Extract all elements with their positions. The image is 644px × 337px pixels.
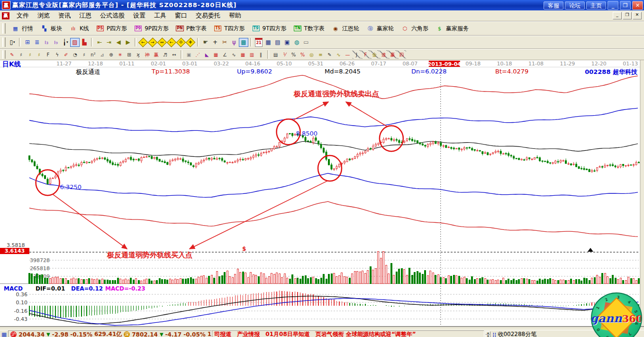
angle-ruler-icon[interactable]: ⊿: [98, 50, 107, 59]
next-bar-icon[interactable]: ▶: [123, 38, 133, 47]
gold-grid1-icon[interactable]: ♯: [26, 50, 35, 59]
grid-box-icon[interactable]: ▦: [211, 50, 220, 59]
wave-tool-icon[interactable]: ∿: [229, 50, 238, 59]
gold-grid2-icon[interactable]: ♯: [35, 50, 44, 59]
ticker-spinner[interactable]: ▲▼: [485, 331, 490, 337]
network-icon[interactable]: ◍: [292, 38, 301, 47]
info-list-icon[interactable]: ≣: [32, 38, 42, 47]
parallel-lines-icon[interactable]: ∥: [256, 50, 265, 59]
p-square-button[interactable]: PSP四方形: [92, 23, 130, 34]
p9-square-button[interactable]: P99P四方形: [130, 23, 172, 34]
menu-item-交易委托[interactable]: 交易委托: [191, 10, 225, 21]
t-square-button[interactable]: TST四方形: [210, 23, 248, 34]
quote-grid-icon[interactable]: ▦: [1, 331, 7, 337]
speed-angle-icon[interactable]: 速: [379, 50, 388, 59]
gann-wheel-button[interactable]: ◉江恩轮: [328, 23, 363, 34]
brush-icon[interactable]: ✎: [325, 50, 334, 59]
period-kline-dropdown[interactable]: ▯▾: [8, 38, 17, 47]
forum-button[interactable]: 论坛: [565, 1, 585, 9]
kline-9-icon[interactable]: ı₉: [51, 38, 61, 47]
close-button[interactable]: ✕: [632, 1, 643, 10]
restore-button[interactable]: ❐: [620, 1, 631, 10]
first-bar-icon[interactable]: ⇤: [95, 38, 104, 47]
pencil-tool-icon[interactable]: ✎: [8, 50, 17, 59]
ying-grid-icon[interactable]: 赢: [152, 50, 161, 59]
news-ticker-panel[interactable]: 司报道 产业情报 01月08日早知道 页岩气领衔 全球能源结构或迎“调整年”: [212, 330, 484, 337]
rect-tool-icon[interactable]: ▣: [184, 50, 193, 59]
kline-button[interactable]: ılıK线: [65, 23, 92, 34]
zigzag-icon[interactable]: ϗ: [134, 50, 143, 59]
winner-service-button[interactable]: $赢家服务: [432, 23, 472, 34]
red-grid2-icon[interactable]: ▥: [247, 50, 256, 59]
minimize-button[interactable]: _: [608, 1, 618, 10]
wave2-icon[interactable]: ∿: [334, 50, 343, 59]
number-grid-icon[interactable]: ♬: [161, 50, 170, 59]
star-box-icon[interactable]: ⊞: [125, 50, 134, 59]
fractal-tool-icon[interactable]: ψ: [229, 38, 239, 47]
menu-item-帮助[interactable]: 帮助: [225, 10, 245, 21]
menu-item-公式选股[interactable]: 公式选股: [96, 10, 129, 21]
hand-tool-icon[interactable]: ☛: [201, 38, 210, 47]
t-table-button[interactable]: TNT数字表: [290, 23, 328, 34]
homepage-button[interactable]: 主页: [586, 1, 606, 9]
percent2-icon[interactable]: %: [289, 50, 298, 59]
four-angle-icon[interactable]: 四: [397, 50, 406, 59]
t9-square-button[interactable]: T99T四方形: [248, 23, 290, 34]
menu-item-设置[interactable]: 设置: [129, 10, 150, 21]
gold-line-icon[interactable]: —: [343, 50, 352, 59]
star-circle-icon[interactable]: ✳: [116, 50, 125, 59]
gold-angle-icon[interactable]: 金: [370, 50, 379, 59]
menu-item-工具[interactable]: 工具: [150, 10, 171, 21]
j-angle-icon[interactable]: J: [352, 50, 361, 59]
gann-arrow-star-icon[interactable]: ✣: [176, 38, 186, 47]
fan-box-icon[interactable]: ◣: [202, 50, 211, 59]
calculator-icon[interactable]: ▦: [263, 38, 273, 47]
menu-item-窗口[interactable]: 窗口: [171, 10, 191, 21]
gann-arrow-right-icon[interactable]: →: [148, 38, 157, 47]
gann-arrow-plus-icon[interactable]: ✚: [186, 38, 195, 47]
pencil-grid-icon[interactable]: ✐: [62, 50, 71, 59]
winner-wheel-button[interactable]: Ⓑ赢家轮: [363, 23, 397, 34]
span-arrow-icon[interactable]: ↔: [170, 50, 179, 59]
gann-arrow-in-icon[interactable]: ⇠: [167, 38, 176, 47]
shen-grid-icon[interactable]: 神: [143, 50, 152, 59]
bars-tool-icon[interactable]: ▤: [271, 50, 280, 59]
f-angle-icon[interactable]: F: [361, 50, 370, 59]
menu-item-江恩[interactable]: 江恩: [75, 10, 96, 21]
fan-lines-icon[interactable]: ⋰: [193, 50, 202, 59]
percent1-icon[interactable]: ⅟: [280, 50, 289, 59]
save-icon[interactable]: ▣: [282, 38, 292, 47]
angle-line-icon[interactable]: ∠: [220, 50, 229, 59]
grid-tool-icon[interactable]: ♯: [17, 50, 26, 59]
printer-icon[interactable]: ▭: [301, 38, 311, 47]
prev-bar-icon[interactable]: ◀: [114, 38, 123, 47]
menu-item-文件[interactable]: 文件: [12, 10, 33, 21]
candle-type-dropdown[interactable]: ╽▾: [61, 38, 70, 47]
compass-icon[interactable]: ◔: [71, 50, 80, 59]
percent-line-icon[interactable]: %: [298, 50, 307, 59]
menu-item-资讯[interactable]: 资讯: [54, 10, 75, 21]
dense-grid-icon[interactable]: ♯: [80, 50, 89, 59]
f-ruler-icon[interactable]: F: [44, 50, 53, 59]
kline-3-icon[interactable]: ı₃: [42, 38, 51, 47]
quote-button[interactable]: ▦行情: [8, 23, 36, 34]
measure-tool-icon[interactable]: ✂: [220, 38, 229, 47]
calendar-icon[interactable]: 21: [254, 38, 263, 47]
window-split-icon[interactable]: ⊞: [23, 38, 32, 47]
gold-lines-icon[interactable]: ≡: [316, 50, 325, 59]
p-table-button[interactable]: PNP数字表: [172, 23, 210, 34]
volume-profile-icon[interactable]: ▙: [80, 38, 89, 47]
support-button[interactable]: 客服: [544, 1, 563, 9]
red-grid-icon[interactable]: ▦: [238, 50, 247, 59]
n2-grid-icon[interactable]: n²: [89, 50, 98, 59]
notebook-icon[interactable]: ▤: [273, 38, 282, 47]
child-close-button[interactable]: ✕: [633, 12, 642, 19]
crosshair-tool-icon[interactable]: +: [210, 38, 220, 47]
tick-chart-label[interactable]: 收002288分笔: [498, 330, 536, 337]
sectors-button[interactable]: ▚板块: [36, 23, 65, 34]
puzzle-tool-icon[interactable]: ▩: [239, 38, 248, 47]
child-restore-button[interactable]: ❐: [623, 12, 632, 19]
menu-item-浏览[interactable]: 浏览: [33, 10, 54, 21]
gann-arrow-lr-icon[interactable]: ↔: [157, 38, 167, 47]
last-bar-icon[interactable]: ⇥: [104, 38, 114, 47]
